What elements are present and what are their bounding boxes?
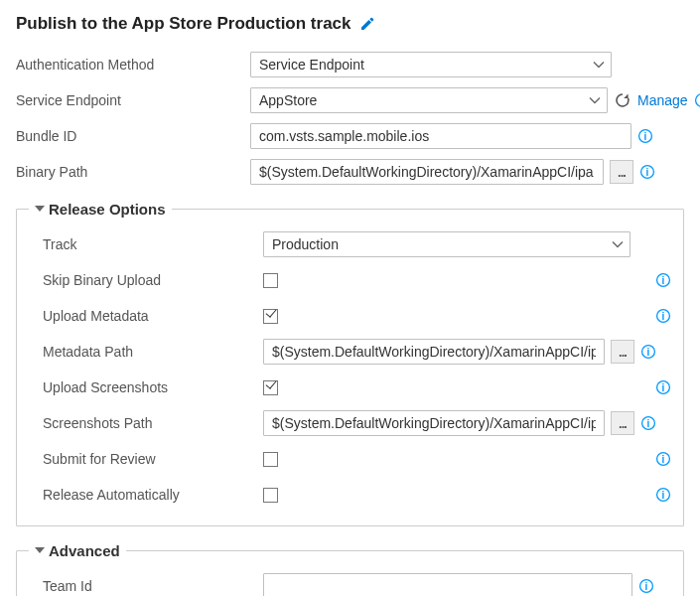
browse-button[interactable]: ... xyxy=(611,411,634,435)
svg-text:i: i xyxy=(644,131,647,142)
info-icon[interactable]: i xyxy=(655,272,671,288)
svg-text:i: i xyxy=(647,418,650,429)
skip-binary-checkbox[interactable] xyxy=(263,273,278,288)
submit-review-checkbox[interactable] xyxy=(263,452,278,467)
svg-text:i: i xyxy=(662,275,665,286)
release-auto-label: Release Automatically xyxy=(29,487,263,503)
info-icon[interactable]: i xyxy=(694,92,700,108)
info-icon[interactable]: i xyxy=(655,487,671,503)
refresh-icon[interactable] xyxy=(614,91,631,109)
info-icon[interactable]: i xyxy=(640,415,656,431)
binary-path-input[interactable] xyxy=(250,159,604,185)
info-icon[interactable]: i xyxy=(638,578,654,594)
caret-down-icon xyxy=(35,206,45,212)
advanced-group: Advanced Team Id i Team Name i xyxy=(16,542,684,596)
svg-text:i: i xyxy=(662,454,665,465)
release-options-legend-text: Release Options xyxy=(49,201,166,218)
release-options-legend[interactable]: Release Options xyxy=(29,201,172,218)
team-id-label: Team Id xyxy=(29,578,263,594)
screenshots-path-input[interactable] xyxy=(263,410,605,436)
advanced-legend-text: Advanced xyxy=(49,542,120,559)
release-options-group: Release Options Track Production Skip Bi… xyxy=(16,201,684,526)
svg-text:i: i xyxy=(662,382,665,393)
svg-text:i: i xyxy=(645,581,648,592)
info-icon[interactable]: i xyxy=(655,379,671,395)
browse-button[interactable]: ... xyxy=(610,160,633,184)
info-icon[interactable]: i xyxy=(640,344,656,360)
ellipsis-icon: ... xyxy=(618,165,626,180)
svg-text:i: i xyxy=(647,347,650,358)
svg-text:i: i xyxy=(662,311,665,322)
track-label: Track xyxy=(29,236,263,252)
metadata-path-label: Metadata Path xyxy=(29,344,263,360)
submit-review-label: Submit for Review xyxy=(29,451,263,467)
bundle-id-label: Bundle ID xyxy=(16,128,250,144)
service-endpoint-label: Service Endpoint xyxy=(16,92,250,108)
info-icon[interactable]: i xyxy=(655,451,671,467)
release-auto-checkbox[interactable] xyxy=(263,488,278,503)
caret-down-icon xyxy=(35,547,45,553)
manage-link[interactable]: Manage xyxy=(637,92,688,108)
edit-title-icon[interactable] xyxy=(359,16,375,32)
info-icon[interactable]: i xyxy=(637,128,653,144)
auth-method-select[interactable]: Service Endpoint xyxy=(250,52,612,77)
upload-screenshots-checkbox[interactable] xyxy=(263,380,278,395)
upload-metadata-label: Upload Metadata xyxy=(29,308,263,324)
bundle-id-input[interactable] xyxy=(250,123,631,149)
track-select[interactable]: Production xyxy=(263,231,630,257)
skip-binary-label: Skip Binary Upload xyxy=(29,272,263,288)
team-id-input[interactable] xyxy=(263,573,632,596)
binary-path-label: Binary Path xyxy=(16,164,250,180)
browse-button[interactable]: ... xyxy=(611,340,634,364)
upload-screenshots-label: Upload Screenshots xyxy=(29,379,263,395)
service-endpoint-select[interactable]: AppStore xyxy=(250,87,608,113)
advanced-legend[interactable]: Advanced xyxy=(29,542,126,559)
info-icon[interactable]: i xyxy=(655,308,671,324)
ellipsis-icon: ... xyxy=(619,416,627,431)
info-icon[interactable]: i xyxy=(639,164,655,180)
page-title: Publish to the App Store Production trac… xyxy=(16,14,351,34)
screenshots-path-label: Screenshots Path xyxy=(29,415,263,431)
svg-text:i: i xyxy=(646,167,649,178)
auth-method-label: Authentication Method xyxy=(16,57,250,73)
upload-metadata-checkbox[interactable] xyxy=(263,309,278,324)
svg-text:i: i xyxy=(662,490,665,501)
metadata-path-input[interactable] xyxy=(263,339,605,365)
ellipsis-icon: ... xyxy=(619,345,627,360)
